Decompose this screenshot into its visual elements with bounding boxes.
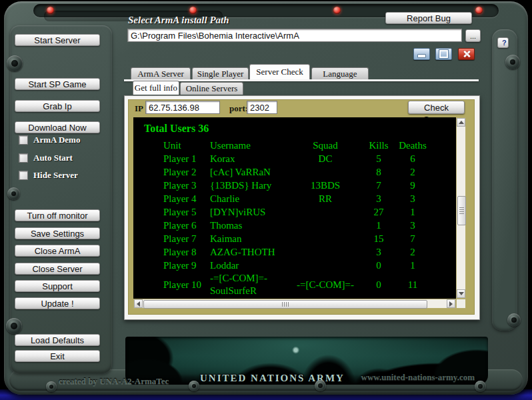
close-icon: [463, 51, 471, 57]
created-by-text: created by UNA-A2-ArmaTec: [59, 376, 169, 387]
screw-decoration: [507, 313, 521, 327]
thumb-grip-icon: [459, 207, 464, 214]
help-button[interactable]: ?: [497, 37, 509, 48]
col-squad: Squad: [289, 139, 362, 152]
ip-label: IP: [135, 103, 143, 114]
sidebar-button[interactable]: Exit: [15, 350, 100, 362]
screw-decoration: [46, 381, 57, 392]
horizontal-scroll-thumb[interactable]: [143, 300, 427, 309]
led-indicator: [47, 7, 54, 14]
scroll-right-button[interactable]: [447, 299, 455, 308]
player-row: Player 8 AZAG-THOTH 3 2: [133, 245, 456, 259]
thumb-grip-icon: [282, 302, 289, 307]
port-label: port:: [229, 103, 248, 114]
vertical-scrollbar[interactable]: [456, 117, 466, 299]
minimize-button[interactable]: [413, 48, 430, 60]
col-kills: Kills: [362, 139, 395, 152]
table-header-row: Unit Username Squad Kills Deaths: [133, 139, 456, 152]
player-row: Player 7 Kaiman 15 7: [133, 232, 456, 245]
main-tab[interactable]: Single Player: [192, 67, 249, 79]
screw-decoration: [6, 318, 22, 334]
screw-decoration: [505, 55, 520, 69]
sidebar-button[interactable]: Grab Ip: [15, 100, 100, 112]
maximize-button[interactable]: [435, 48, 452, 60]
port-input[interactable]: [247, 101, 277, 114]
maximize-icon: [439, 50, 448, 58]
player-row: Player 2 [cAc] VaRRaN 8 2: [133, 165, 456, 179]
total-users-text: Total Users 36: [144, 123, 209, 135]
screw-decoration: [315, 380, 326, 391]
banner-image: UNITED NATIONS ARMY www.united-nations-a…: [125, 337, 488, 385]
player-row: Player 3 {13BDS} Hary 13BDS 7 9: [133, 179, 456, 192]
main-tab[interactable]: Language: [311, 67, 369, 79]
checkbox-label: Auto Start: [33, 153, 73, 163]
sidebar-button[interactable]: Save Settings: [15, 227, 100, 239]
player-row: Player 1 Korax DC 5 6: [133, 152, 456, 165]
arma-server-tool-window: Select ArmA install Path Report Bug ... …: [0, 0, 532, 400]
sidebar-button[interactable]: Load Defaults: [15, 334, 100, 346]
arrow-left-icon: [137, 301, 140, 307]
sidebar-button[interactable]: Update !: [15, 297, 100, 309]
screw-decoration: [7, 55, 23, 71]
sidebar-button[interactable]: Download Now: [15, 121, 100, 133]
horizontal-scrollbar[interactable]: [133, 299, 456, 309]
checkbox[interactable]: [19, 135, 28, 145]
checkbox-label: ArmA Demo: [33, 135, 80, 145]
col-deaths: Deaths: [395, 139, 430, 152]
screw-decoration: [7, 187, 20, 200]
player-row: Player 10 -=[C-COM]=- SoulSurfeR -=[C-CO…: [133, 272, 456, 297]
website-text: www.united-nations-army.com: [361, 372, 475, 383]
right-side-panel: [492, 29, 517, 331]
arrow-down-icon: [459, 292, 464, 295]
install-path-label: Select ArmA install Path: [128, 15, 229, 26]
checkbox[interactable]: [19, 153, 28, 163]
sidebar-checkbox-row: Hide Server: [19, 171, 78, 180]
player-row: Player 4 Charlie RR 3 3: [133, 192, 456, 205]
main-tab[interactable]: Server Check: [249, 64, 310, 79]
player-row: Player 6 Thomas 1 3: [133, 219, 456, 232]
minimize-icon: [417, 54, 426, 58]
led-indicator: [189, 7, 197, 14]
report-bug-button[interactable]: Report Bug: [385, 12, 472, 24]
arrow-right-icon: [449, 301, 453, 307]
sidebar-button[interactable]: Support: [15, 280, 100, 292]
sidebar-button[interactable]: Start Server: [15, 34, 100, 46]
sidebar-button[interactable]: Turn off monitor: [15, 209, 100, 221]
scroll-up-button[interactable]: [457, 118, 465, 127]
sub-tab[interactable]: Online Servers List: [180, 82, 243, 95]
main-tab[interactable]: ArmA Server: [131, 67, 191, 79]
led-indicator: [475, 7, 483, 14]
player-row: Player 9 Loddar 0 1: [133, 259, 456, 272]
browse-path-button[interactable]: ...: [465, 29, 481, 42]
sidebar-button[interactable]: Close ArmA: [15, 245, 100, 257]
scrollbar-corner: [456, 299, 466, 309]
ip-input[interactable]: [145, 101, 220, 114]
server-info-output: Total Users 36 Unit Username Squad Kills…: [133, 117, 456, 299]
sidebar-button[interactable]: Close Server: [15, 263, 100, 275]
sidebar-button[interactable]: Start SP Game: [15, 78, 100, 90]
col-unit: Unit: [163, 139, 210, 152]
sidebar-checkbox-row: Auto Start: [19, 153, 73, 163]
screw-decoration: [475, 381, 486, 392]
close-button[interactable]: [458, 48, 475, 60]
arrow-up-icon: [459, 121, 464, 124]
checkbox[interactable]: [19, 171, 28, 180]
player-table: Unit Username Squad Kills Deaths Player …: [133, 139, 456, 297]
scroll-left-button[interactable]: [134, 299, 143, 308]
led-indicator: [333, 7, 341, 14]
player-row: Player 5 [DYN]viRUS 27 1: [133, 205, 456, 219]
screw-decoration: [189, 381, 199, 391]
sidebar-checkbox-row: ArmA Demo: [19, 135, 80, 145]
col-username: Username: [210, 139, 289, 152]
install-path-input[interactable]: [127, 29, 462, 42]
scroll-down-button[interactable]: [457, 289, 465, 298]
sub-tab[interactable]: Get full info: [133, 81, 179, 95]
vertical-scroll-thumb[interactable]: [457, 196, 466, 225]
check-server-button[interactable]: Check Server: [408, 101, 465, 114]
checkbox-label: Hide Server: [33, 170, 78, 181]
